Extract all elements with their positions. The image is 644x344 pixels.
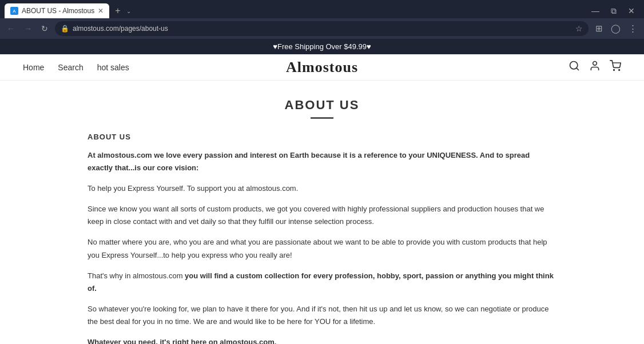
- close-button[interactable]: ✕: [623, 5, 639, 17]
- nav-search[interactable]: Search: [58, 63, 83, 72]
- nav-right: [569, 60, 621, 74]
- extensions-icon[interactable]: ⊞: [593, 22, 605, 35]
- tab-close-button[interactable]: ✕: [98, 7, 104, 14]
- profile-icon[interactable]: ◯: [609, 22, 623, 35]
- browser-chrome: A ABOUT US - Almostous ✕ + ⌄ — ⧉ ✕ ← → ↻…: [0, 0, 644, 39]
- address-text: almostous.com/pages/about-us: [73, 25, 168, 33]
- reload-button[interactable]: ↻: [39, 23, 50, 34]
- toolbar-icons: ⊞ ◯ ⋮: [593, 22, 639, 35]
- para-3: Since we know you want all sorts of cust…: [88, 203, 556, 228]
- section-title: ABOUT US: [88, 133, 556, 141]
- svg-point-2: [593, 62, 597, 66]
- nav-left: Home Search hot sales: [23, 63, 129, 72]
- svg-point-4: [619, 70, 620, 71]
- para-6: So whatever you're looking for, we plan …: [88, 303, 556, 328]
- para-7: Whatever you need, it's right here on al…: [88, 336, 556, 344]
- para-5: That's why in almostous.com you will fin…: [88, 270, 556, 295]
- minimize-button[interactable]: —: [587, 5, 604, 17]
- announcement-bar: ♥Free Shipping Over $49.99♥: [0, 39, 644, 54]
- tab-title: ABOUT US - Almostous: [22, 7, 94, 15]
- new-tab-button[interactable]: +: [112, 5, 124, 17]
- main-content: ABOUT US ABOUT US At almostous.com we lo…: [76, 81, 568, 344]
- site-logo[interactable]: Almostous: [286, 59, 358, 76]
- para-1: At almostous.com we love every passion a…: [88, 149, 556, 174]
- active-tab[interactable]: A ABOUT US - Almostous ✕: [5, 3, 109, 18]
- para-2: To help you Express Yourself. To support…: [88, 182, 556, 195]
- page-title: ABOUT US: [88, 98, 556, 113]
- address-bar: ← → ↻ 🔒 almostous.com/pages/about-us ☆ ⊞…: [0, 18, 644, 39]
- site-header: Home Search hot sales Almostous: [0, 54, 644, 81]
- window-controls: — ⧉ ✕: [587, 5, 639, 17]
- address-box[interactable]: 🔒 almostous.com/pages/about-us ☆: [55, 21, 589, 36]
- para-4: No matter where you are, who you are and…: [88, 236, 556, 261]
- search-icon[interactable]: [569, 60, 580, 74]
- forward-button[interactable]: →: [22, 23, 34, 34]
- svg-line-1: [577, 68, 579, 70]
- svg-point-3: [614, 70, 615, 71]
- menu-icon[interactable]: ⋮: [626, 22, 639, 35]
- back-button[interactable]: ←: [5, 23, 17, 34]
- tab-favicon: A: [10, 7, 18, 15]
- title-divider: [311, 117, 333, 119]
- security-icon: 🔒: [61, 25, 69, 33]
- nav-hot-sales[interactable]: hot sales: [97, 63, 129, 72]
- bookmark-icon[interactable]: ☆: [575, 24, 583, 33]
- tab-bar: A ABOUT US - Almostous ✕ + ⌄ — ⧉ ✕: [0, 0, 644, 18]
- account-icon[interactable]: [589, 60, 601, 74]
- restore-button[interactable]: ⧉: [606, 5, 621, 17]
- cart-icon[interactable]: [610, 60, 621, 74]
- nav-home[interactable]: Home: [23, 63, 44, 72]
- tab-list-button[interactable]: ⌄: [126, 8, 131, 14]
- announcement-text: ♥Free Shipping Over $49.99♥: [273, 42, 371, 51]
